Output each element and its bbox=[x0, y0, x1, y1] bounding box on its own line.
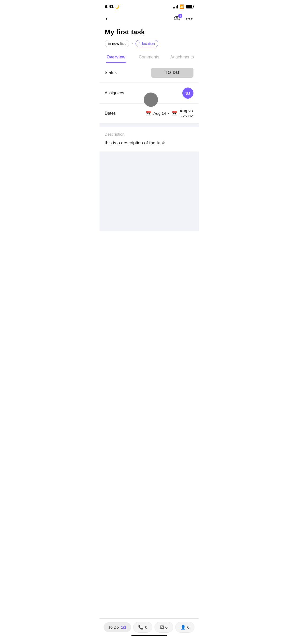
description-text[interactable]: this is a description of the task bbox=[105, 140, 193, 146]
assignee-avatar[interactable]: SJ bbox=[182, 88, 193, 99]
task-meta: in new list · 1 location bbox=[105, 40, 193, 47]
status-value-container: TO DO bbox=[134, 68, 193, 78]
dates-value: 📅 Aug 14 - 📅 Aug 28 3:25 PM bbox=[134, 108, 193, 118]
signal-icon bbox=[173, 5, 178, 8]
dot-separator: · bbox=[132, 41, 133, 46]
status-bar: 9:41 🌙 📶 bbox=[100, 0, 199, 12]
nav-bar: ‹ 1 ••• bbox=[100, 12, 199, 26]
calendar-start-icon: 📅 bbox=[146, 111, 151, 116]
date-end-time: 3:25 PM bbox=[179, 114, 193, 118]
dates-label: Dates bbox=[105, 111, 134, 116]
assignees-label: Assignees bbox=[105, 91, 134, 95]
date-range[interactable]: 📅 Aug 14 - 📅 Aug 28 3:25 PM bbox=[146, 108, 193, 118]
svg-point-2 bbox=[177, 18, 178, 19]
tab-attachments[interactable]: Attachments bbox=[166, 52, 199, 63]
task-title: My first task bbox=[105, 28, 193, 36]
description-section: Description this is a description of the… bbox=[100, 127, 199, 152]
watchers-button[interactable]: 1 bbox=[173, 15, 181, 22]
list-badge[interactable]: in new list bbox=[105, 40, 129, 47]
status-time: 9:41 bbox=[105, 4, 114, 9]
back-button[interactable]: ‹ bbox=[105, 14, 109, 23]
date-start: Aug 14 bbox=[153, 111, 166, 116]
tab-overview[interactable]: Overview bbox=[100, 52, 133, 63]
watcher-badge: 1 bbox=[178, 14, 182, 18]
status-row: Status TO DO bbox=[100, 63, 199, 83]
date-end: Aug 28 bbox=[179, 108, 193, 114]
status-pill[interactable]: TO DO bbox=[151, 68, 193, 78]
wifi-icon: 📶 bbox=[179, 4, 184, 9]
location-badge[interactable]: 1 location bbox=[136, 40, 158, 47]
moon-icon: 🌙 bbox=[115, 4, 119, 9]
task-header: My first task in new list · 1 location bbox=[100, 26, 199, 52]
list-name: new list bbox=[112, 42, 125, 46]
empty-area bbox=[100, 151, 199, 231]
date-separator: - bbox=[168, 111, 169, 116]
calendar-end-icon: 📅 bbox=[171, 111, 177, 116]
status-label: Status bbox=[105, 70, 134, 75]
battery-icon bbox=[186, 5, 193, 8]
status-icons: 📶 bbox=[173, 4, 193, 9]
description-label: Description bbox=[105, 132, 193, 136]
floating-circle bbox=[144, 93, 158, 107]
assignees-value: SJ bbox=[134, 88, 193, 99]
in-text: in bbox=[108, 42, 111, 46]
content-area: Status TO DO Assignees SJ Dates 📅 Aug 14… bbox=[100, 63, 199, 231]
date-end-container: Aug 28 3:25 PM bbox=[179, 108, 193, 118]
tabs: Overview Comments Attachments bbox=[100, 52, 199, 63]
more-options-button[interactable]: ••• bbox=[186, 15, 193, 22]
nav-right-actions: 1 ••• bbox=[173, 15, 193, 22]
tab-comments[interactable]: Comments bbox=[133, 52, 166, 63]
